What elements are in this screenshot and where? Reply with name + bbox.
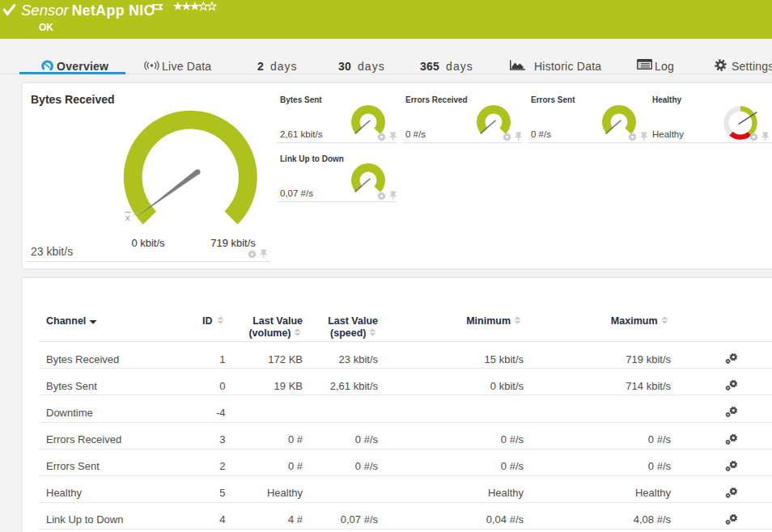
svg-text:x: x	[125, 213, 130, 222]
